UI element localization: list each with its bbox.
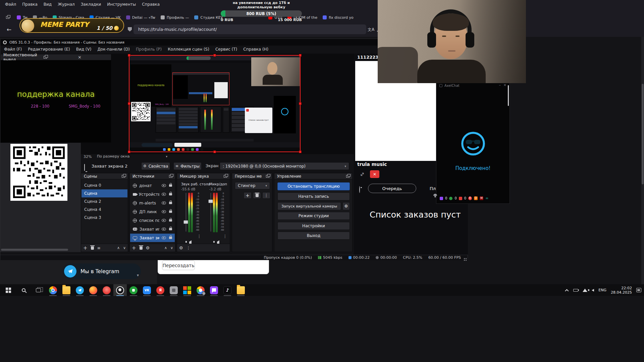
visibility-icon[interactable] <box>162 219 166 222</box>
popout-icon[interactable] <box>122 175 125 178</box>
source-item[interactable]: Захват игр <box>130 225 175 233</box>
close-icon[interactable]: × <box>503 83 506 87</box>
properties-button[interactable]: ⚙Свойства <box>141 162 170 170</box>
selection-handle[interactable] <box>128 102 130 105</box>
scene-item[interactable]: Сцена 0 <box>82 181 127 189</box>
taskbar-app-firefox[interactable] <box>87 284 100 296</box>
scene-item[interactable]: Сцена 3 <box>82 214 127 222</box>
translate-icon[interactable]: 文А <box>368 27 374 33</box>
start-button[interactable] <box>0 284 16 296</box>
channel1-slider-handle[interactable] <box>183 220 188 224</box>
taskbar-app-rutube[interactable] <box>127 284 140 296</box>
source-item[interactable]: m-alerts <box>130 199 175 207</box>
channel2-slider-handle[interactable] <box>208 199 213 203</box>
visibility-icon[interactable] <box>162 210 166 213</box>
browser-menu-view[interactable]: Вид <box>41 1 55 8</box>
scene-item-selected[interactable]: Сцена <box>82 189 127 197</box>
tray-expand-icon[interactable] <box>565 289 569 293</box>
obs-menu-edit[interactable]: Редактирование (E) <box>25 46 73 53</box>
browser-menu-tools[interactable]: Инструменты <box>104 1 139 8</box>
exit-button[interactable]: Выход <box>277 232 350 240</box>
selection-handle[interactable] <box>213 54 216 57</box>
battery-icon[interactable] <box>573 289 578 292</box>
selection-handle[interactable] <box>128 150 130 153</box>
studio-mode-button[interactable]: Режим студии <box>277 212 350 220</box>
eye-icon[interactable] <box>359 186 360 193</box>
selection-handle[interactable] <box>128 54 130 57</box>
screen-select[interactable]: : 644x362 @ 0,0 (Основной монитор) ▾ <box>220 162 349 170</box>
lock-icon[interactable] <box>169 210 172 213</box>
channel1-slider-track[interactable] <box>185 193 186 232</box>
source-properties-button[interactable]: ⚙ <box>146 245 150 250</box>
obs-menu-view[interactable]: Вид (V) <box>73 46 95 53</box>
add-scene-button[interactable]: + <box>83 245 88 251</box>
settings-button[interactable]: Настройки <box>277 222 350 230</box>
visibility-icon[interactable] <box>162 193 166 196</box>
selection-handle[interactable] <box>299 54 302 57</box>
preview-selection[interactable]: MEME PARTY поддержка канала 228 - 100 SM… <box>129 55 301 152</box>
popout-icon[interactable] <box>224 175 227 178</box>
mixer-settings-icon[interactable]: ⚙ <box>179 245 183 250</box>
taskbar-app-twitch[interactable] <box>207 284 221 296</box>
popout-icon[interactable] <box>346 175 350 178</box>
horizontal-scrollbar[interactable] <box>0 248 80 251</box>
obs-menu-file[interactable]: Файл (F) <box>1 46 25 53</box>
playlist-tab[interactable]: Пл <box>430 186 436 191</box>
notification-center-icon[interactable] <box>636 288 641 292</box>
selection-handle[interactable] <box>213 150 216 153</box>
meme-party-widget[interactable]: MEME PARTY 1 / 50 <box>19 18 124 33</box>
obs-menu-docks[interactable]: Док-панели (D) <box>94 46 133 53</box>
expand-icon[interactable]: ↔ <box>358 170 366 178</box>
selection-handle[interactable] <box>299 150 302 153</box>
visibility-icon[interactable] <box>162 201 166 204</box>
taskbar-app-explorer[interactable] <box>60 284 73 296</box>
taskbar-app-chrome-profile[interactable] <box>194 284 207 296</box>
network-icon[interactable] <box>583 289 587 292</box>
source-item[interactable]: донат <box>130 181 175 190</box>
virtual-camera-settings-button[interactable]: ⚙ <box>342 202 350 210</box>
move-source-down-button[interactable]: ∨ <box>170 246 173 250</box>
close-icon[interactable]: × <box>78 55 82 60</box>
stop-streaming-button[interactable]: Остановить трансляцию <box>277 182 350 190</box>
task-view-button[interactable] <box>31 284 46 296</box>
start-virtual-camera-button[interactable]: Запуск виртуальной камеры <box>277 202 341 210</box>
obs-menu-help[interactable]: Справка (H) <box>240 46 271 53</box>
scene-item[interactable]: Сцена 2 <box>82 197 127 205</box>
scene-item[interactable]: Сцена 4 <box>82 205 127 214</box>
channel2-menu-icon[interactable]: ⋮ <box>223 234 227 239</box>
channel2-slider-track[interactable] <box>210 193 211 232</box>
move-scene-down-button[interactable]: ∨ <box>123 246 126 250</box>
popout-icon[interactable] <box>266 175 269 178</box>
bookmark[interactable]: fix discord yo <box>320 14 356 21</box>
mute-requests-button[interactable]: ✕ <box>370 170 379 178</box>
taskbar-app-gray[interactable] <box>167 284 180 296</box>
source-item[interactable]: ДП линк <box>130 207 175 216</box>
remove-scene-button[interactable] <box>91 246 94 250</box>
lock-icon[interactable] <box>169 228 172 230</box>
remove-source-button[interactable] <box>140 246 143 250</box>
lock-icon[interactable] <box>169 237 172 239</box>
move-source-up-button[interactable]: ∧ <box>164 246 167 250</box>
minimize-icon[interactable]: – <box>499 83 501 87</box>
volume-icon[interactable] <box>592 289 594 292</box>
chat-scrollbar[interactable] <box>508 85 509 106</box>
obs-menu-profile[interactable]: Профиль (P) <box>133 46 165 53</box>
add-source-button[interactable]: + <box>132 245 136 251</box>
mixer-menu-icon[interactable]: ⋮ <box>186 246 191 250</box>
bookmark[interactable]: Dellai — «Tw <box>123 14 158 21</box>
taskbar-app-vk[interactable]: VK <box>140 284 154 296</box>
lock-icon[interactable] <box>169 193 172 195</box>
obs-menu-scene-collection[interactable]: Коллекция сцен (S) <box>165 46 212 53</box>
recreate-button[interactable]: Пересоздать <box>162 260 195 270</box>
taskbar-app-store[interactable] <box>180 284 194 296</box>
transition-select[interactable]: Стингер ▾ <box>235 182 270 189</box>
popout-icon[interactable] <box>44 56 47 59</box>
chevron-down-icon[interactable]: ▾ <box>137 273 139 278</box>
lock-icon[interactable] <box>169 184 172 187</box>
channel1-menu-icon[interactable]: ⋮ <box>197 234 201 239</box>
back-icon[interactable]: ← <box>7 26 11 33</box>
obs-menu-tools[interactable]: Сервис (T) <box>212 46 240 53</box>
remove-transition-button[interactable] <box>253 192 261 199</box>
taskbar-app-tiktok[interactable]: ♪ <box>221 284 234 296</box>
taskbar-app-chrome[interactable] <box>46 284 60 296</box>
